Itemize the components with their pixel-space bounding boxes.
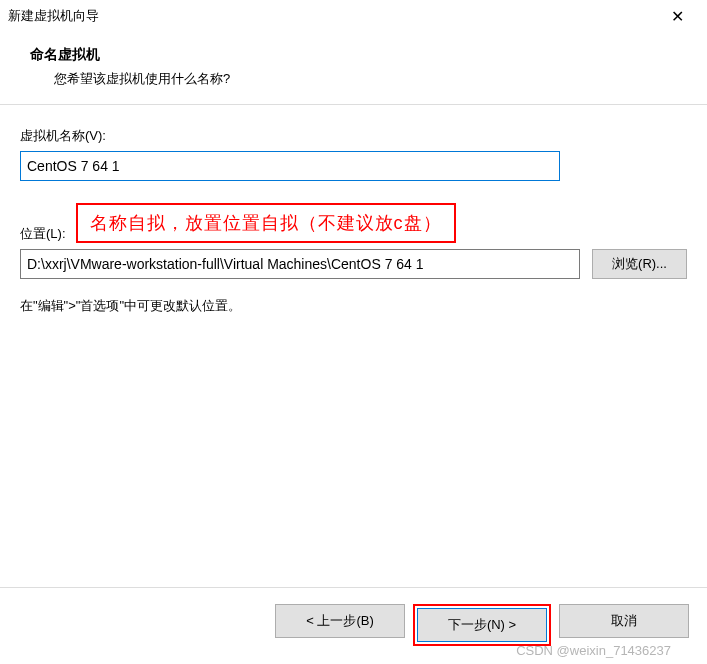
cancel-button[interactable]: 取消 <box>559 604 689 638</box>
close-icon[interactable]: ✕ <box>659 4 695 28</box>
wizard-footer: < 上一步(B) 下一步(N) > 取消 <box>0 587 707 664</box>
vm-name-label: 虚拟机名称(V): <box>20 127 687 145</box>
window-title: 新建虚拟机向导 <box>8 7 99 25</box>
location-label: 位置(L): <box>20 225 66 243</box>
next-button[interactable]: 下一步(N) > <box>417 608 547 642</box>
browse-button[interactable]: 浏览(R)... <box>592 249 687 279</box>
back-button[interactable]: < 上一步(B) <box>275 604 405 638</box>
default-location-hint: 在"编辑">"首选项"中可更改默认位置。 <box>20 297 687 315</box>
titlebar: 新建虚拟机向导 ✕ <box>0 0 707 32</box>
next-button-highlight: 下一步(N) > <box>413 604 551 646</box>
location-input[interactable] <box>20 249 580 279</box>
wizard-content: 虚拟机名称(V): 位置(L): 名称自拟，放置位置自拟（不建议放c盘） 浏览(… <box>0 105 707 335</box>
vm-name-input[interactable] <box>20 151 560 181</box>
page-title: 命名虚拟机 <box>30 46 707 64</box>
wizard-header: 命名虚拟机 您希望该虚拟机使用什么名称? <box>0 32 707 105</box>
page-subtitle: 您希望该虚拟机使用什么名称? <box>54 70 707 88</box>
annotation-box: 名称自拟，放置位置自拟（不建议放c盘） <box>76 203 456 243</box>
